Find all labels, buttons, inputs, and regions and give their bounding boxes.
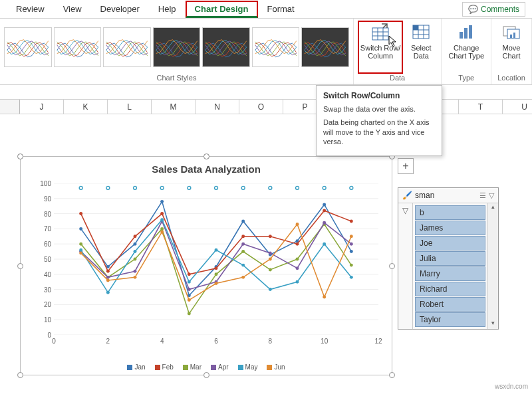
switch-row-column-button[interactable]: Switch Row/ Column <box>358 21 404 74</box>
y-tick-label: 50 <box>44 256 51 263</box>
svg-point-70 <box>296 266 299 270</box>
svg-point-84 <box>79 251 82 254</box>
svg-point-56 <box>215 272 218 276</box>
y-axis: 0102030405060708090100 <box>34 183 53 335</box>
col-N[interactable]: N <box>196 100 239 114</box>
chart-elements-button[interactable]: + <box>398 158 414 174</box>
svg-point-99 <box>188 186 191 189</box>
legend-swatch <box>267 365 272 370</box>
comments-button[interactable]: 💬 Comments <box>462 2 525 17</box>
chart-style-thumb[interactable] <box>252 27 300 67</box>
scroll-down-icon[interactable]: ▾ <box>488 320 498 329</box>
svg-point-38 <box>323 203 326 206</box>
chart-style-thumb[interactable] <box>54 27 102 67</box>
chart-style-thumb[interactable] <box>4 27 52 67</box>
col-U[interactable]: U <box>503 100 532 114</box>
y-tick-label: 90 <box>44 195 51 202</box>
selection-handle[interactable] <box>17 372 23 378</box>
chart-style-thumb[interactable] <box>103 27 151 67</box>
legend-mar[interactable]: Mar <box>183 363 201 371</box>
legend-feb[interactable]: Feb <box>155 363 174 371</box>
column-headers: J K L M N O P Q R S T U <box>0 100 532 114</box>
svg-point-29 <box>79 227 82 231</box>
funnel-icon[interactable]: ▽ <box>489 191 494 200</box>
legend-apr[interactable]: Apr <box>211 363 229 371</box>
svg-point-55 <box>188 312 191 316</box>
x-tick-label: 10 <box>321 338 328 345</box>
y-tick-label: 80 <box>44 210 51 217</box>
col-L[interactable]: L <box>108 100 152 114</box>
plot-area[interactable] <box>54 183 378 335</box>
selection-handle[interactable] <box>389 372 395 378</box>
tab-review[interactable]: Review <box>7 1 54 17</box>
x-tick-label: 6 <box>214 338 218 345</box>
col-O[interactable]: O <box>239 100 283 114</box>
switch-row-column-tooltip: Switch Row/Column Swap the data over the… <box>316 85 442 156</box>
tab-developer[interactable]: Developer <box>91 1 149 17</box>
svg-rect-11 <box>460 32 463 39</box>
move-chart-button[interactable]: Move Chart <box>495 21 527 74</box>
svg-rect-17 <box>513 33 515 38</box>
chart-styles-gallery[interactable] <box>4 20 349 74</box>
group-label-location: Location <box>495 74 527 83</box>
select-all-corner[interactable] <box>0 100 20 114</box>
chart-legend[interactable]: Jan Feb Mar Apr May Jun <box>21 363 392 371</box>
scroll-up-icon[interactable]: ▴ <box>488 203 498 213</box>
chart-style-thumb[interactable] <box>202 27 250 67</box>
col-M[interactable]: M <box>152 100 196 114</box>
svg-point-50 <box>350 220 353 223</box>
chart-title[interactable]: Sales Data Analyzation <box>21 157 392 177</box>
filter-item[interactable]: Robert <box>415 297 485 312</box>
filter-item[interactable]: b <box>415 205 485 220</box>
legend-may[interactable]: May <box>238 363 258 371</box>
change-chart-type-button[interactable]: Change Chart Type <box>446 21 487 74</box>
svg-point-74 <box>106 291 110 294</box>
legend-jan[interactable]: Jan <box>127 363 145 371</box>
tab-chart-design[interactable]: Chart Design <box>186 1 258 18</box>
svg-point-101 <box>241 186 245 189</box>
selection-handle[interactable] <box>389 263 395 269</box>
filter-item[interactable]: Joe <box>415 236 485 250</box>
svg-point-89 <box>215 282 218 285</box>
select-data-button[interactable]: Select Data <box>405 21 437 74</box>
x-tick-label: 0 <box>52 338 56 345</box>
move-label: Move Chart <box>503 44 521 60</box>
filter-item[interactable]: James <box>415 221 485 235</box>
filter-item[interactable]: Julia <box>415 251 485 266</box>
chart-style-thumb[interactable] <box>153 27 201 67</box>
svg-point-90 <box>241 276 245 279</box>
chart-filter-panel[interactable]: 🖌️ sman ☰ ▽ ▽ b James Joe Julia Marry Ri… <box>398 187 499 330</box>
col-J[interactable]: J <box>20 100 64 114</box>
filter-item[interactable]: Marry <box>415 266 485 281</box>
col-T[interactable]: T <box>459 100 503 114</box>
selection-handle[interactable] <box>17 153 23 159</box>
svg-point-40 <box>79 212 82 215</box>
ribbon: Chart Styles Switch Row/ Column Select D… <box>0 19 532 85</box>
funnel-icon: ▽ <box>402 206 408 215</box>
svg-point-77 <box>188 280 191 284</box>
legend-swatch <box>127 365 132 370</box>
tab-format[interactable]: Format <box>258 1 304 17</box>
filter-item-list: b James Joe Julia Marry Richard Robert T… <box>413 203 487 329</box>
multiselect-icon[interactable]: ☰ <box>479 191 486 200</box>
selection-handle[interactable] <box>203 372 209 378</box>
change-chart-type-icon <box>456 22 476 42</box>
selection-handle[interactable] <box>203 153 209 159</box>
embedded-chart[interactable]: Sales Data Analyzation 01020304050607080… <box>20 156 392 375</box>
filter-item[interactable]: Richard <box>415 282 485 296</box>
chart-style-thumb[interactable] <box>301 27 349 67</box>
svg-point-49 <box>323 209 326 213</box>
tab-help[interactable]: Help <box>149 1 186 17</box>
svg-point-31 <box>134 243 137 246</box>
svg-point-32 <box>160 200 164 203</box>
filter-scrollbar[interactable]: ▴ ▾ <box>487 203 498 329</box>
svg-rect-16 <box>510 35 512 38</box>
filter-side-funnel[interactable]: ▽ <box>398 203 413 329</box>
formula-bar[interactable] <box>0 85 532 100</box>
svg-rect-13 <box>469 25 472 39</box>
col-K[interactable]: K <box>64 100 108 114</box>
tab-view[interactable]: View <box>54 1 91 17</box>
filter-item[interactable]: Taylor <box>415 312 485 327</box>
legend-jun[interactable]: Jun <box>267 363 285 371</box>
selection-handle[interactable] <box>17 263 23 269</box>
